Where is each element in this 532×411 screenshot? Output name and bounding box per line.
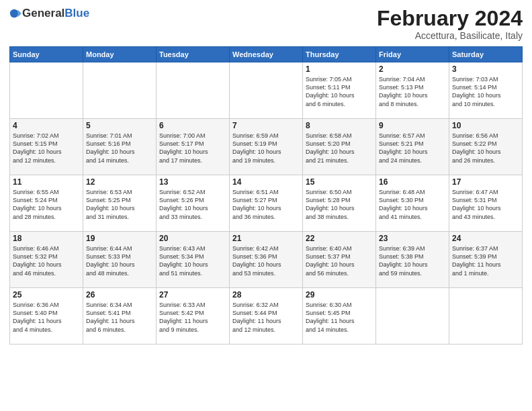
day-number: 6 [159, 121, 226, 130]
day-number: 26 [86, 290, 153, 300]
cell-info: Sunrise: 6:37 AMSunset: 5:39 PMDaylight:… [452, 245, 501, 276]
calendar-cell [376, 288, 449, 345]
calendar-cell: 7Sunrise: 6:59 AMSunset: 5:19 PMDaylight… [230, 119, 303, 175]
calendar-cell: 21Sunrise: 6:42 AMSunset: 5:36 PMDayligh… [230, 232, 303, 288]
week-row-4: 18Sunrise: 6:46 AMSunset: 5:32 PMDayligh… [10, 232, 523, 288]
day-number: 14 [232, 177, 300, 187]
day-number: 19 [86, 234, 153, 243]
calendar-cell [10, 62, 83, 119]
calendar-cell [83, 62, 157, 119]
col-tuesday: Tuesday [157, 47, 230, 62]
week-row-5: 25Sunrise: 6:36 AMSunset: 5:40 PMDayligh… [10, 288, 523, 345]
cell-info: Sunrise: 6:55 AMSunset: 5:24 PMDaylight:… [13, 189, 62, 220]
calendar-cell: 27Sunrise: 6:33 AMSunset: 5:42 PMDayligh… [157, 288, 230, 345]
logo-icon [9, 7, 21, 19]
calendar-cell: 17Sunrise: 6:47 AMSunset: 5:31 PMDayligh… [449, 175, 523, 232]
calendar-cell: 12Sunrise: 6:53 AMSunset: 5:25 PMDayligh… [83, 175, 157, 232]
calendar-table: Sunday Monday Tuesday Wednesday Thursday… [9, 46, 523, 345]
day-number: 22 [306, 234, 373, 243]
col-wednesday: Wednesday [230, 47, 303, 62]
cell-info: Sunrise: 6:53 AMSunset: 5:25 PMDaylight:… [86, 189, 135, 220]
day-number: 13 [159, 177, 226, 187]
month-title: February 2024 [377, 7, 523, 30]
day-number: 16 [379, 177, 446, 187]
cell-info: Sunrise: 7:05 AMSunset: 5:11 PMDaylight:… [306, 76, 355, 107]
logo-general-text: General [22, 7, 64, 20]
cell-info: Sunrise: 6:43 AMSunset: 5:34 PMDaylight:… [159, 245, 208, 276]
calendar-cell: 1Sunrise: 7:05 AMSunset: 5:11 PMDaylight… [303, 62, 376, 119]
day-number: 24 [452, 234, 519, 243]
calendar-cell: 26Sunrise: 6:34 AMSunset: 5:41 PMDayligh… [83, 288, 157, 345]
cell-info: Sunrise: 6:59 AMSunset: 5:19 PMDaylight:… [232, 132, 281, 163]
cell-info: Sunrise: 6:30 AMSunset: 5:45 PMDaylight:… [306, 302, 355, 332]
calendar-cell: 28Sunrise: 6:32 AMSunset: 5:44 PMDayligh… [230, 288, 303, 345]
cell-info: Sunrise: 7:01 AMSunset: 5:16 PMDaylight:… [86, 132, 135, 163]
day-number: 28 [232, 290, 300, 300]
day-number: 12 [86, 177, 153, 187]
cell-info: Sunrise: 7:02 AMSunset: 5:15 PMDaylight:… [13, 132, 62, 163]
header: GeneralBlue February 2024 Accettura, Bas… [9, 7, 523, 41]
day-number: 4 [13, 121, 80, 130]
cell-info: Sunrise: 6:39 AMSunset: 5:38 PMDaylight:… [379, 245, 428, 276]
day-number: 1 [306, 64, 373, 74]
day-number: 27 [159, 290, 226, 300]
cell-info: Sunrise: 6:48 AMSunset: 5:30 PMDaylight:… [379, 189, 428, 220]
day-number: 2 [379, 64, 446, 74]
calendar-cell: 23Sunrise: 6:39 AMSunset: 5:38 PMDayligh… [376, 232, 449, 288]
col-thursday: Thursday [303, 47, 376, 62]
day-number: 25 [13, 290, 80, 300]
calendar-cell: 18Sunrise: 6:46 AMSunset: 5:32 PMDayligh… [10, 232, 83, 288]
week-row-2: 4Sunrise: 7:02 AMSunset: 5:15 PMDaylight… [10, 119, 523, 175]
day-number: 11 [13, 177, 80, 187]
day-number: 17 [452, 177, 519, 187]
cell-info: Sunrise: 7:04 AMSunset: 5:13 PMDaylight:… [379, 76, 428, 107]
calendar-cell: 24Sunrise: 6:37 AMSunset: 5:39 PMDayligh… [449, 232, 523, 288]
cell-info: Sunrise: 6:47 AMSunset: 5:31 PMDaylight:… [452, 189, 501, 220]
cell-info: Sunrise: 7:00 AMSunset: 5:17 PMDaylight:… [159, 132, 208, 163]
cell-info: Sunrise: 6:40 AMSunset: 5:37 PMDaylight:… [306, 245, 355, 276]
col-saturday: Saturday [449, 47, 523, 62]
calendar-cell: 10Sunrise: 6:56 AMSunset: 5:22 PMDayligh… [449, 119, 523, 175]
logo: GeneralBlue [9, 7, 89, 20]
cell-info: Sunrise: 6:36 AMSunset: 5:40 PMDaylight:… [13, 302, 62, 332]
calendar-cell: 29Sunrise: 6:30 AMSunset: 5:45 PMDayligh… [303, 288, 376, 345]
calendar-cell: 2Sunrise: 7:04 AMSunset: 5:13 PMDaylight… [376, 62, 449, 119]
col-monday: Monday [83, 47, 157, 62]
calendar-cell: 6Sunrise: 7:00 AMSunset: 5:17 PMDaylight… [157, 119, 230, 175]
calendar-cell: 15Sunrise: 6:50 AMSunset: 5:28 PMDayligh… [303, 175, 376, 232]
col-sunday: Sunday [10, 47, 83, 62]
cell-info: Sunrise: 6:44 AMSunset: 5:33 PMDaylight:… [86, 245, 135, 276]
day-number: 15 [306, 177, 373, 187]
cell-info: Sunrise: 6:51 AMSunset: 5:27 PMDaylight:… [232, 189, 281, 220]
page-container: GeneralBlue February 2024 Accettura, Bas… [0, 0, 532, 351]
cell-info: Sunrise: 7:03 AMSunset: 5:14 PMDaylight:… [452, 76, 501, 107]
day-number: 29 [306, 290, 373, 300]
cell-info: Sunrise: 6:50 AMSunset: 5:28 PMDaylight:… [306, 189, 355, 220]
logo-blue-text: Blue [64, 7, 89, 20]
cell-info: Sunrise: 6:42 AMSunset: 5:36 PMDaylight:… [232, 245, 281, 276]
cell-info: Sunrise: 6:34 AMSunset: 5:41 PMDaylight:… [86, 302, 135, 332]
col-friday: Friday [376, 47, 449, 62]
calendar-cell [157, 62, 230, 119]
calendar-cell: 19Sunrise: 6:44 AMSunset: 5:33 PMDayligh… [83, 232, 157, 288]
calendar-cell: 13Sunrise: 6:52 AMSunset: 5:26 PMDayligh… [157, 175, 230, 232]
day-number: 5 [86, 121, 153, 130]
calendar-cell: 14Sunrise: 6:51 AMSunset: 5:27 PMDayligh… [230, 175, 303, 232]
cell-info: Sunrise: 6:32 AMSunset: 5:44 PMDaylight:… [232, 302, 281, 332]
day-number: 3 [452, 64, 519, 74]
cell-info: Sunrise: 6:56 AMSunset: 5:22 PMDaylight:… [452, 132, 501, 163]
calendar-cell: 3Sunrise: 7:03 AMSunset: 5:14 PMDaylight… [449, 62, 523, 119]
calendar-cell: 20Sunrise: 6:43 AMSunset: 5:34 PMDayligh… [157, 232, 230, 288]
cell-info: Sunrise: 6:33 AMSunset: 5:42 PMDaylight:… [159, 302, 208, 332]
day-number: 8 [306, 121, 373, 130]
title-block: February 2024 Accettura, Basilicate, Ita… [377, 7, 523, 41]
calendar-cell: 16Sunrise: 6:48 AMSunset: 5:30 PMDayligh… [376, 175, 449, 232]
calendar-cell: 9Sunrise: 6:57 AMSunset: 5:21 PMDaylight… [376, 119, 449, 175]
header-row: Sunday Monday Tuesday Wednesday Thursday… [10, 47, 523, 62]
week-row-3: 11Sunrise: 6:55 AMSunset: 5:24 PMDayligh… [10, 175, 523, 232]
cell-info: Sunrise: 6:57 AMSunset: 5:21 PMDaylight:… [379, 132, 428, 163]
location-title: Accettura, Basilicate, Italy [377, 30, 523, 41]
day-number: 23 [379, 234, 446, 243]
svg-marker-1 [18, 10, 21, 17]
calendar-cell [449, 288, 523, 345]
